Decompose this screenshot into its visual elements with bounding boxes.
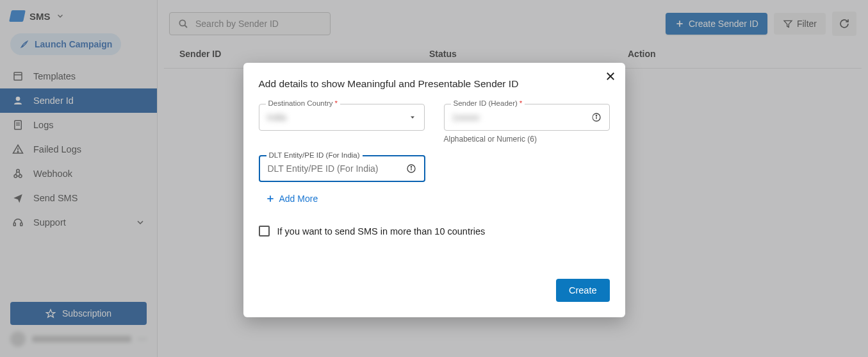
svg-point-24 bbox=[596, 115, 596, 116]
create-sender-id-modal: Add details to show Meaningful and Prese… bbox=[243, 63, 625, 317]
create-button[interactable]: Create bbox=[556, 279, 610, 302]
plus-icon bbox=[265, 194, 275, 204]
close-button[interactable] bbox=[605, 71, 616, 82]
sender-id-helper: Alphabetical or Numeric (6) bbox=[444, 135, 610, 144]
dropdown-arrow-icon[interactable] bbox=[409, 113, 416, 121]
add-more-label: Add More bbox=[279, 194, 318, 204]
sender-id-header-label: Sender ID (Header)* bbox=[451, 99, 525, 107]
multi-country-checkbox[interactable] bbox=[259, 226, 270, 237]
sender-id-header-field[interactable]: Sender ID (Header)* bbox=[444, 104, 610, 131]
svg-point-27 bbox=[411, 167, 411, 167]
modal-title: Add details to show Meaningful and Prese… bbox=[259, 78, 610, 90]
multi-country-label: If you want to send SMS in more than 10 … bbox=[277, 226, 486, 237]
destination-country-label: Destination Country* bbox=[266, 99, 340, 107]
dlt-entity-id-label: DLT Entity/PE ID (For India) bbox=[266, 151, 363, 159]
create-button-label: Create bbox=[569, 285, 597, 295]
destination-country-value: India bbox=[267, 112, 409, 122]
add-more-button[interactable]: Add More bbox=[259, 194, 610, 204]
info-icon[interactable] bbox=[591, 112, 602, 122]
info-icon[interactable] bbox=[406, 163, 416, 174]
svg-marker-21 bbox=[411, 117, 414, 119]
dlt-entity-id-field[interactable]: DLT Entity/PE ID (For India) bbox=[259, 155, 425, 182]
destination-country-select[interactable]: Destination Country* India bbox=[259, 104, 425, 131]
sender-id-header-input[interactable] bbox=[452, 112, 591, 122]
multi-country-row[interactable]: If you want to send SMS in more than 10 … bbox=[259, 226, 610, 237]
dlt-entity-id-input[interactable] bbox=[268, 163, 406, 174]
modal-overlay: Add details to show Meaningful and Prese… bbox=[0, 0, 868, 357]
